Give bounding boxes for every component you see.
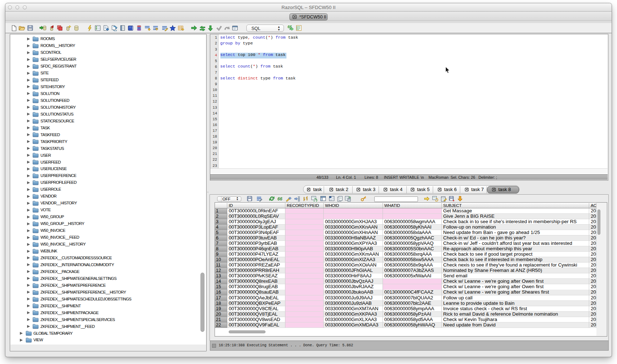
svg-text:66: 66 xyxy=(277,196,282,202)
